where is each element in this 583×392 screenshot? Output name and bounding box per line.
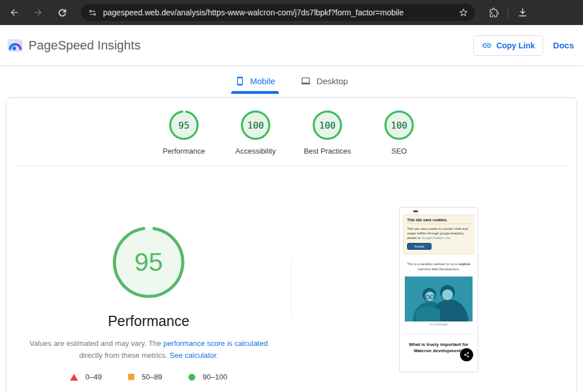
score-gauge-seo: 100 [384, 110, 414, 141]
score-legend: 0–49 50–89 90–100 [6, 373, 291, 381]
browser-toolbar: pagespeed.web.dev/analysis/https-www-wal… [0, 0, 583, 25]
score-summary-performance[interactable]: 95 Performance [148, 110, 220, 155]
tab-mobile[interactable]: Mobile [232, 70, 278, 92]
score-label: Performance [163, 147, 205, 155]
thumb-intro-text: This is a sandbox website for us to expl… [407, 262, 471, 272]
copy-link-button[interactable]: Copy Link [473, 35, 544, 56]
performance-score-link[interactable]: performance score is calculated [163, 339, 268, 348]
description-text: Values are estimated and may vary. The [30, 339, 163, 348]
legend-item-fail: 0–49 [70, 373, 102, 381]
intro-before: This is a sandbox website for us to [407, 262, 459, 266]
photo-caption: Us in Portugal [400, 323, 478, 326]
score-value: 100 [312, 110, 343, 141]
see-calculator-link[interactable]: See calculator. [170, 351, 218, 360]
site-screenshot-thumbnail[interactable]: This site uses cookies. This site uses c… [399, 207, 478, 372]
red-triangle-icon [70, 374, 78, 381]
share-icon [460, 348, 473, 361]
device-tabbar: Mobile Desktop [0, 66, 583, 97]
score-description: Values are estimated and may vary. The p… [18, 337, 280, 361]
category-scores-row: 95 Performance 100 Accessibility 100 [6, 98, 577, 155]
legend-range: 50–89 [142, 373, 162, 381]
performance-report-section: 95 Performance Values are estimated and … [6, 166, 577, 392]
score-summary-best-practices[interactable]: 100 Best Practices [292, 110, 363, 155]
smartphone-icon [235, 76, 245, 86]
bookmark-star-icon[interactable] [455, 5, 471, 20]
legend-range: 90–100 [203, 373, 227, 381]
app-header: PageSpeed Insights Copy Link Docs [0, 25, 583, 66]
score-label: Best Practices [303, 147, 351, 155]
intro-after: real-time Web Development. [418, 267, 459, 271]
score-label: Accessibility [236, 147, 276, 155]
cookie-analytics-link: Google Analytic site. [421, 236, 451, 240]
score-value: 100 [240, 110, 271, 141]
tab-desktop-label: Desktop [317, 76, 348, 86]
score-gauge-accessibility: 100 [240, 110, 271, 141]
performance-gauge-column: 95 Performance Values are estimated and … [6, 166, 291, 381]
thumb-cookie-banner: This site uses cookies. This site uses c… [403, 214, 474, 254]
description-text: directly from these metrics. [79, 351, 170, 360]
legend-range: 0–49 [85, 373, 102, 381]
copy-link-label: Copy Link [496, 41, 535, 50]
url-text[interactable]: pagespeed.web.dev/analysis/https-www-wal… [103, 8, 455, 17]
score-value: 100 [384, 110, 414, 141]
cookie-accept-button: Accept [407, 243, 432, 250]
green-circle-icon [188, 374, 195, 381]
refresh-icon[interactable] [52, 3, 72, 22]
score-label: SEO [391, 147, 407, 155]
extensions-icon[interactable] [488, 7, 499, 18]
toolbar-separator [508, 7, 508, 18]
tab-mobile-label: Mobile [250, 76, 275, 86]
cookie-title: This site uses cookies. [407, 218, 470, 222]
laptop-icon [300, 76, 311, 86]
performance-main-gauge: 95 [112, 225, 186, 299]
tab-desktop[interactable]: Desktop [297, 70, 351, 92]
pagespeed-logo-icon [7, 39, 23, 52]
score-gauge-best-practices: 100 [312, 110, 343, 141]
legend-item-pass: 90–100 [188, 373, 227, 381]
page-title: PageSpeed Insights [28, 38, 141, 53]
gauge-value: 95 [112, 225, 186, 299]
orange-square-icon [128, 374, 134, 380]
download-icon[interactable] [517, 7, 528, 18]
thumb-menu-icon [413, 211, 418, 212]
thumb-divider [404, 333, 473, 334]
score-summary-accessibility[interactable]: 100 Accessibility [220, 110, 292, 155]
docs-link[interactable]: Docs [553, 40, 574, 50]
forward-icon[interactable] [28, 3, 48, 22]
address-bar[interactable]: pagespeed.web.dev/analysis/https-www-wal… [81, 4, 475, 21]
couple-photo [405, 277, 473, 321]
score-summary-seo[interactable]: 100 SEO [363, 110, 435, 155]
gauge-title: Performance [6, 313, 291, 329]
report-card: 95 Performance 100 Accessibility 100 [6, 97, 577, 392]
score-gauge-performance: 95 [169, 110, 199, 141]
score-value: 95 [169, 110, 199, 141]
cookie-body: This site uses cookie to monitor visits … [407, 226, 470, 240]
thumb-question-block: What is truely important for Walcron dev… [408, 341, 470, 354]
back-icon[interactable] [5, 3, 24, 22]
legend-item-average: 50–89 [128, 373, 162, 381]
intro-bold: explore [458, 262, 470, 266]
column-divider [291, 261, 292, 316]
site-info-icon[interactable] [88, 8, 97, 18]
link-icon [482, 40, 492, 51]
